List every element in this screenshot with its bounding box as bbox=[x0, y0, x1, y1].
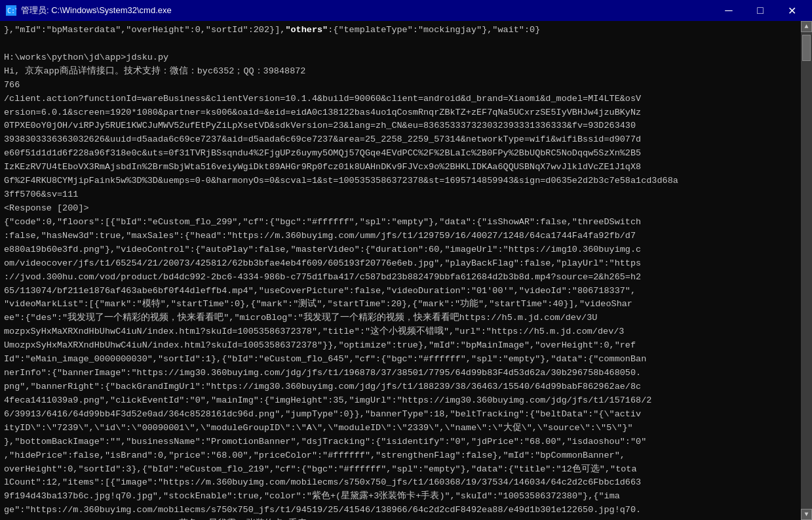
console-line: ://jvod.300hu.com/vod/product/bd4dc992-2… bbox=[4, 271, 797, 285]
console-line: jpg","stockEnable":true,"color":"蓝色+(星黛露… bbox=[4, 517, 797, 520]
console-line bbox=[4, 37, 797, 51]
console-line: e880a19b60e3fd.png"},"videoControl":{"au… bbox=[4, 243, 797, 257]
title-bar: C:\ 管理员: C:\Windows\System32\cmd.exe ─ □… bbox=[0, 0, 812, 21]
console-line: 0TPXE0oY0jOH/viRPJy5RUE1KWCJuMWV52ufEtPy… bbox=[4, 119, 797, 133]
window-title: 管理员: C:\Windows\System32\cmd.exe bbox=[21, 5, 714, 16]
console-line: 4feca1411039a9.png","clickEventId":"0","… bbox=[4, 394, 797, 408]
console-line: 766 bbox=[4, 79, 797, 92]
console-line: <Response [200]> bbox=[4, 202, 797, 216]
console-line: 6/39913/6416/64d99bb4F3d52e0ad/364c85281… bbox=[4, 408, 797, 422]
console-line: "videoMarkList":[{"mark":"模特","startTime… bbox=[4, 298, 797, 311]
console-line: },"bottomBackImage":"","businessName":"P… bbox=[4, 435, 797, 449]
console-line: ge":"https://m.360buyimg.com/mobilecms/s… bbox=[4, 504, 797, 517]
cmd-icon: C:\ bbox=[5, 5, 17, 16]
console-line: om/videocover/jfs/t1/65254/21/20073/4258… bbox=[4, 257, 797, 271]
console-line: 3938303336363032626&uuid=d5aada6c69ce723… bbox=[4, 133, 797, 147]
console-body: },"mId":"bpMasterdata","overHeight":0,"s… bbox=[0, 21, 812, 520]
console-line: ee":{"des":"我发现了一个精彩的视频，快来看看吧","microBlo… bbox=[4, 311, 797, 325]
window-controls: ─ □ ✕ bbox=[714, 1, 807, 20]
console-line: nerInfo":{"bannerImage":"https://img30.3… bbox=[4, 367, 797, 380]
minimize-button[interactable]: ─ bbox=[714, 1, 744, 20]
console-line: mozpxSyHxMaXRXndHbUhwC4iuN/index.html?sk… bbox=[4, 325, 797, 339]
console-line: 9f194d43ba137b6c.jpg!q70.jpg","stockEnab… bbox=[4, 490, 797, 504]
console-line: lCount":12,"items":[{"image":"https://m.… bbox=[4, 476, 797, 490]
console-line: {"code":0,"floors":[{"bId":"eCustom_flo_… bbox=[4, 216, 797, 230]
console-line: Hi, 京东app商品详情接口。技术支持：微信：byc6352；QQ：39848… bbox=[4, 65, 797, 79]
console-line: },"mId":"bpMasterdata","overHeight":0,"s… bbox=[4, 24, 797, 37]
console-line: /client.action?functionId=wareBusiness&c… bbox=[4, 92, 797, 106]
console-line: png","bannerRight":{"backGrandImgUrl":"h… bbox=[4, 380, 797, 394]
console-line: Gf%2F4RKU8CYMjipFaink5w%3D%3D&uemps=0-0&… bbox=[4, 174, 797, 188]
scroll-down-button[interactable]: ▼ bbox=[801, 509, 812, 520]
console-output: },"mId":"bpMasterdata","overHeight":0,"s… bbox=[0, 21, 801, 520]
close-button[interactable]: ✕ bbox=[777, 1, 807, 20]
console-line: 3ff5706&sv=111 bbox=[4, 188, 797, 202]
scroll-up-button[interactable]: ▲ bbox=[801, 21, 812, 32]
console-line: ersion=6.0.1&screen=1920*1080&partner=ks… bbox=[4, 106, 797, 120]
svg-text:C:\: C:\ bbox=[7, 7, 16, 14]
console-line: IzKEzRV7U4tEboVX3RmAjsbdIn%2BrmSbjWta516… bbox=[4, 161, 797, 174]
console-line: ityID\":\"7239\",\"id\":\"00090001\",\"m… bbox=[4, 422, 797, 435]
console-line: e60f51d1d1d6f228a96f318e0c&uts=0f31TVRjB… bbox=[4, 147, 797, 161]
console-line: Id":"eMain_image_0000000030","sortId":1}… bbox=[4, 353, 797, 367]
console-line: ,"hidePrice":false,"isBrand":0,"price":"… bbox=[4, 449, 797, 463]
console-line: :false,"hasNew3d":true,"maxSales":{"head… bbox=[4, 230, 797, 243]
console-line: H:\works\python\jd\app>jdsku.py bbox=[4, 51, 797, 65]
console-line: overHeight":0,"sortId":3},{"bId":"eCusto… bbox=[4, 463, 797, 477]
console-line: UmozpxSyHxMaXRXndHbUhwC4iuN/index.html?s… bbox=[4, 339, 797, 353]
scroll-thumb[interactable] bbox=[802, 35, 811, 61]
scrollbar[interactable]: ▲ ▼ bbox=[801, 21, 812, 520]
console-line: 65/113074/bf211e1876af463abe6bf0f44dleff… bbox=[4, 285, 797, 298]
window-frame: C:\ 管理员: C:\Windows\System32\cmd.exe ─ □… bbox=[0, 0, 812, 520]
maximize-button[interactable]: □ bbox=[745, 1, 775, 20]
